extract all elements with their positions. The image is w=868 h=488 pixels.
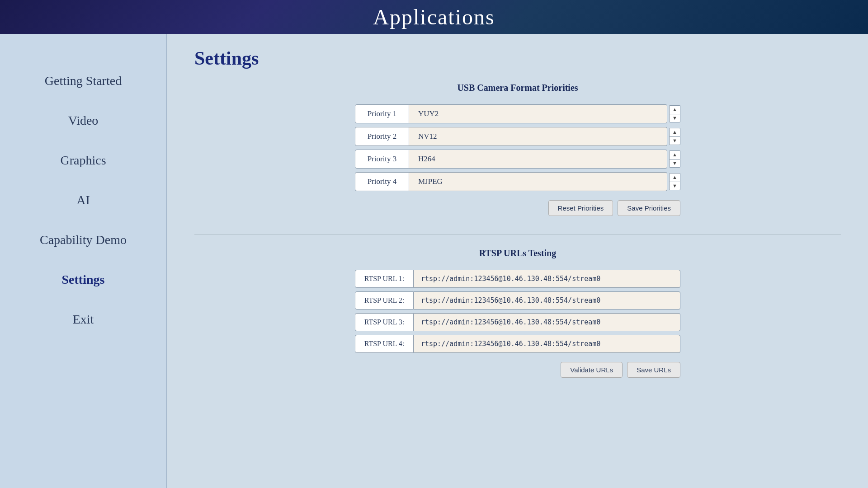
save-priorities-button[interactable]: Save Priorities [618, 200, 680, 216]
priority-table: Priority 1 YUY2 ▲ ▼ Priority 2 NV12 ▲ ▼ [355, 104, 680, 191]
priority-value-2: NV12 [409, 127, 667, 146]
rtsp-input-4[interactable] [414, 335, 680, 353]
rtsp-label-4: RTSP URL 4: [355, 335, 414, 353]
usb-section-title: USB Camera Format Priorities [194, 83, 841, 93]
priority-arrows-3: ▲ ▼ [669, 150, 680, 167]
rtsp-label-3: RTSP URL 3: [355, 313, 414, 331]
sidebar-item-getting-started[interactable]: Getting Started [0, 61, 166, 101]
priority-row-4: Priority 4 MJPEG ▲ ▼ [355, 172, 680, 191]
priority-arrows-1: ▲ ▼ [669, 105, 680, 122]
sidebar-item-video[interactable]: Video [0, 101, 166, 141]
rtsp-input-2[interactable] [414, 291, 680, 310]
priority-label-3: Priority 3 [355, 150, 409, 169]
priority-value-4: MJPEG [409, 172, 667, 191]
sidebar: Getting Started Video Graphics AI Capabi… [0, 34, 167, 488]
rtsp-section: RTSP URLs Testing RTSP URL 1: RTSP URL 2… [194, 248, 841, 378]
app-header: Applications [0, 0, 868, 34]
validate-urls-button[interactable]: Validate URLs [561, 362, 623, 378]
main-layout: Getting Started Video Graphics AI Capabi… [0, 34, 868, 488]
priority-label-4: Priority 4 [355, 172, 409, 191]
rtsp-row-2: RTSP URL 2: [355, 291, 680, 310]
sidebar-item-exit[interactable]: Exit [0, 300, 166, 339]
priority-row-1: Priority 1 YUY2 ▲ ▼ [355, 104, 680, 123]
rtsp-table: RTSP URL 1: RTSP URL 2: RTSP URL 3: RTSP… [355, 270, 680, 353]
priority-row-3: Priority 3 H264 ▲ ▼ [355, 150, 680, 169]
priority-label-1: Priority 1 [355, 104, 409, 123]
main-content: Settings USB Camera Format Priorities Pr… [167, 34, 868, 488]
page-title: Settings [194, 47, 841, 69]
priority-4-up-button[interactable]: ▲ [669, 173, 680, 181]
priority-3-down-button[interactable]: ▼ [669, 159, 680, 168]
sidebar-item-settings[interactable]: Settings [0, 260, 166, 300]
rtsp-input-3[interactable] [414, 313, 680, 331]
section-divider [194, 234, 841, 235]
save-urls-button[interactable]: Save URLs [627, 362, 680, 378]
priority-4-down-button[interactable]: ▼ [669, 182, 680, 190]
priority-value-3: H264 [409, 150, 667, 169]
priority-value-1: YUY2 [409, 104, 667, 123]
priority-row-2: Priority 2 NV12 ▲ ▼ [355, 127, 680, 146]
app-title: Applications [373, 5, 495, 29]
priority-2-down-button[interactable]: ▼ [669, 136, 680, 145]
rtsp-input-1[interactable] [414, 270, 680, 288]
sidebar-item-capability-demo[interactable]: Capability Demo [0, 220, 166, 260]
reset-priorities-button[interactable]: Reset Priorities [548, 200, 613, 216]
sidebar-item-graphics[interactable]: Graphics [0, 141, 166, 180]
rtsp-row-3: RTSP URL 3: [355, 313, 680, 331]
rtsp-label-1: RTSP URL 1: [355, 270, 414, 288]
rtsp-section-title: RTSP URLs Testing [194, 248, 841, 258]
priority-label-2: Priority 2 [355, 127, 409, 146]
priority-3-up-button[interactable]: ▲ [669, 150, 680, 159]
rtsp-label-2: RTSP URL 2: [355, 291, 414, 310]
priority-2-up-button[interactable]: ▲ [669, 128, 680, 136]
priority-arrows-2: ▲ ▼ [669, 128, 680, 145]
rtsp-row-1: RTSP URL 1: [355, 270, 680, 288]
priority-arrows-4: ▲ ▼ [669, 173, 680, 190]
priority-1-up-button[interactable]: ▲ [669, 105, 680, 113]
sidebar-item-ai[interactable]: AI [0, 180, 166, 220]
usb-priorities-section: USB Camera Format Priorities Priority 1 … [194, 83, 841, 216]
rtsp-action-buttons: Validate URLs Save URLs [355, 362, 680, 378]
priority-1-down-button[interactable]: ▼ [669, 114, 680, 122]
rtsp-row-4: RTSP URL 4: [355, 335, 680, 353]
usb-action-buttons: Reset Priorities Save Priorities [355, 200, 680, 216]
